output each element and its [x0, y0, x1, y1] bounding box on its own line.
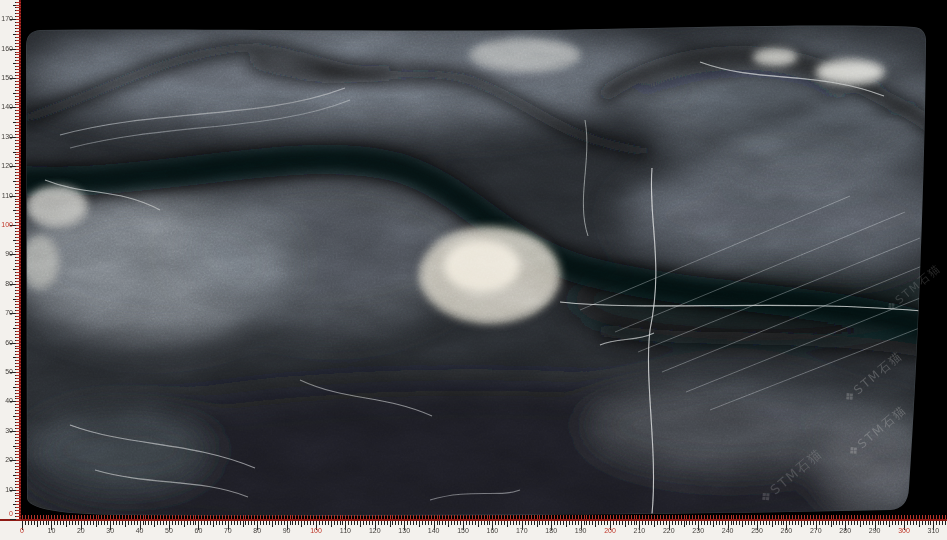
slab-photo — [0, 0, 947, 540]
ruler-left-strip — [0, 0, 21, 540]
ruler-bottom-strip — [0, 519, 947, 540]
ruler-bottom-red-line — [0, 519, 947, 521]
ruler-left-red-line — [19, 0, 21, 519]
slab-scan-viewport: ❖STM石猫❖STM石猫❖STM石猫❖STM石猫 010203040506070… — [0, 0, 947, 540]
noise-overlay-fine — [0, 0, 947, 540]
slab-texture — [0, 0, 947, 540]
